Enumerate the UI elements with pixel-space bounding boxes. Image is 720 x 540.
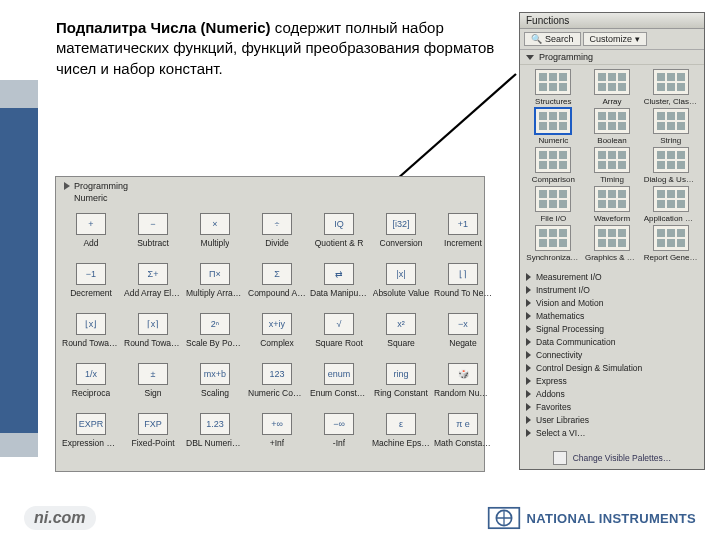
numeric-fn-scaling[interactable]: mx+bScaling <box>186 363 244 411</box>
section-label: Vision and Motion <box>536 298 603 308</box>
numeric-fn-subtract[interactable]: −Subtract <box>124 213 182 261</box>
category-waveform[interactable]: Waveform <box>585 186 640 223</box>
section-instrument-i-o[interactable]: Instrument I/O <box>520 283 704 296</box>
search-icon: 🔍 <box>531 34 542 44</box>
category-structures[interactable]: Structures <box>526 69 581 106</box>
numeric-fn-numeric-cons[interactable]: 123Numeric Cons… <box>248 363 306 411</box>
functions-palette-window[interactable]: Functions 🔍 Search Customize ▾ Programmi… <box>519 12 705 470</box>
category-icon <box>535 186 571 212</box>
section-favorites[interactable]: Favorites <box>520 400 704 413</box>
numeric-fn-random-num[interactable]: 🎲Random Num… <box>434 363 492 411</box>
numeric-fn-complex[interactable]: x+iyComplex <box>248 313 306 361</box>
category-label: Dialog & User… <box>644 175 698 184</box>
numeric-fn-fixed-point[interactable]: FXPFixed-Point <box>124 413 182 461</box>
category-icon <box>594 69 630 95</box>
category-icon <box>535 225 571 251</box>
numeric-fn-math-constants[interactable]: π eMath Constants <box>434 413 492 461</box>
numeric-fn-round-towar[interactable]: ⌊x⌋Round Towar… <box>62 313 120 361</box>
numeric-fn-inf[interactable]: +∞+Inf <box>248 413 306 461</box>
function-label: Subtract <box>137 238 169 248</box>
section-data-communication[interactable]: Data Communication <box>520 335 704 348</box>
numeric-fn-conversion[interactable]: [i32]Conversion <box>372 213 430 261</box>
numeric-fn-data-manipul[interactable]: ⇄Data Manipul… <box>310 263 368 311</box>
numeric-fn-add[interactable]: +Add <box>62 213 120 261</box>
numeric-fn-absolute-value[interactable]: |x|Absolute Value <box>372 263 430 311</box>
function-icon: ε <box>386 413 416 435</box>
numeric-fn-expression-n[interactable]: EXPRExpression N… <box>62 413 120 461</box>
category-cluster-class[interactable]: Cluster, Class… <box>643 69 698 106</box>
numeric-fn-machine-epsilon[interactable]: εMachine Epsilon <box>372 413 430 461</box>
numeric-fn-multiply[interactable]: ×Multiply <box>186 213 244 261</box>
numeric-fn-square-root[interactable]: √Square Root <box>310 313 368 361</box>
search-button[interactable]: 🔍 Search <box>524 32 581 46</box>
numeric-fn-dbl-numeric[interactable]: 1.23DBL Numeric … <box>186 413 244 461</box>
section-label: Data Communication <box>536 337 615 347</box>
category-array[interactable]: Array <box>585 69 640 106</box>
section-control-design-simulation[interactable]: Control Design & Simulation <box>520 361 704 374</box>
function-label: Divide <box>265 238 289 248</box>
section-signal-processing[interactable]: Signal Processing <box>520 322 704 335</box>
numeric-fn-enum-constant[interactable]: enumEnum Constant <box>310 363 368 411</box>
palette-icon <box>553 451 567 465</box>
category-file-i-o[interactable]: File I/O <box>526 186 581 223</box>
function-icon: 123 <box>262 363 292 385</box>
numeric-fn-compound-ar[interactable]: ΣCompound Ar… <box>248 263 306 311</box>
customize-button[interactable]: Customize ▾ <box>583 32 648 46</box>
category-label: Boolean <box>597 136 626 145</box>
section-programming[interactable]: Programming <box>520 50 704 65</box>
change-palettes-link[interactable]: Change Visible Palettes… <box>520 451 704 465</box>
function-icon: IQ <box>324 213 354 235</box>
function-label: Quotient & R <box>315 238 364 248</box>
numeric-fn-multiply-array[interactable]: Π×Multiply Array… <box>186 263 244 311</box>
numeric-fn-divide[interactable]: ÷Divide <box>248 213 306 261</box>
section-addons[interactable]: Addons <box>520 387 704 400</box>
section-user-libraries[interactable]: User Libraries <box>520 413 704 426</box>
numeric-subpalette-window[interactable]: Programming Numeric +Add−Subtract×Multip… <box>55 176 485 472</box>
category-graphics-so[interactable]: Graphics & So… <box>585 225 640 262</box>
category-string[interactable]: String <box>643 108 698 145</box>
section-connectivity[interactable]: Connectivity <box>520 348 704 361</box>
function-label: DBL Numeric … <box>186 438 244 448</box>
breadcrumb-root[interactable]: Programming <box>74 181 128 191</box>
function-icon: [i32] <box>386 213 416 235</box>
function-icon: +1 <box>448 213 478 235</box>
section-vision-and-motion[interactable]: Vision and Motion <box>520 296 704 309</box>
category-comparison[interactable]: Comparison <box>526 147 581 184</box>
numeric-fn-negate[interactable]: −xNegate <box>434 313 492 361</box>
numeric-fn-decrement[interactable]: −1Decrement <box>62 263 120 311</box>
function-label: Compound Ar… <box>248 288 306 298</box>
category-report-gener[interactable]: Report Gener… <box>643 225 698 262</box>
numeric-fn-round-to-ne[interactable]: ⌊⌉Round To Ne… <box>434 263 492 311</box>
left-brand-bar <box>0 108 38 433</box>
numeric-fn-sign[interactable]: ±Sign <box>124 363 182 411</box>
numeric-fn-inf[interactable]: −∞-Inf <box>310 413 368 461</box>
section-mathematics[interactable]: Mathematics <box>520 309 704 322</box>
category-synchronizat[interactable]: Synchronizat… <box>526 225 581 262</box>
category-numeric[interactable]: Numeric <box>526 108 581 145</box>
chevron-right-icon <box>526 416 531 424</box>
numeric-fn-ring-constant[interactable]: ringRing Constant <box>372 363 430 411</box>
numeric-fn-add-array-ele[interactable]: Σ+Add Array Ele… <box>124 263 182 311</box>
numeric-fn-increment[interactable]: +1Increment <box>434 213 492 261</box>
function-icon: EXPR <box>76 413 106 435</box>
chevron-right-icon <box>526 351 531 359</box>
numeric-fn-square[interactable]: x²Square <box>372 313 430 361</box>
function-icon: −∞ <box>324 413 354 435</box>
category-boolean[interactable]: Boolean <box>585 108 640 145</box>
numeric-fn-quotient-r[interactable]: IQQuotient & R <box>310 213 368 261</box>
numeric-fn-scale-by-pow[interactable]: 2ⁿScale By Pow… <box>186 313 244 361</box>
category-timing[interactable]: Timing <box>585 147 640 184</box>
numeric-fn-reciproca[interactable]: 1/xReciproca <box>62 363 120 411</box>
section-label: Instrument I/O <box>536 285 590 295</box>
chevron-right-icon <box>526 286 531 294</box>
category-application-c[interactable]: Application C… <box>643 186 698 223</box>
category-label: Numeric <box>538 136 568 145</box>
section-express[interactable]: Express <box>520 374 704 387</box>
section-measurement-i-o[interactable]: Measurement I/O <box>520 270 704 283</box>
numeric-fn-round-towar[interactable]: ⌈x⌉Round Towar… <box>124 313 182 361</box>
category-dialog-user[interactable]: Dialog & User… <box>643 147 698 184</box>
section-select-a-vi[interactable]: Select a VI… <box>520 426 704 439</box>
function-label: Add <box>83 238 98 248</box>
function-icon: ⌈x⌉ <box>138 313 168 335</box>
function-label: Math Constants <box>434 438 492 448</box>
